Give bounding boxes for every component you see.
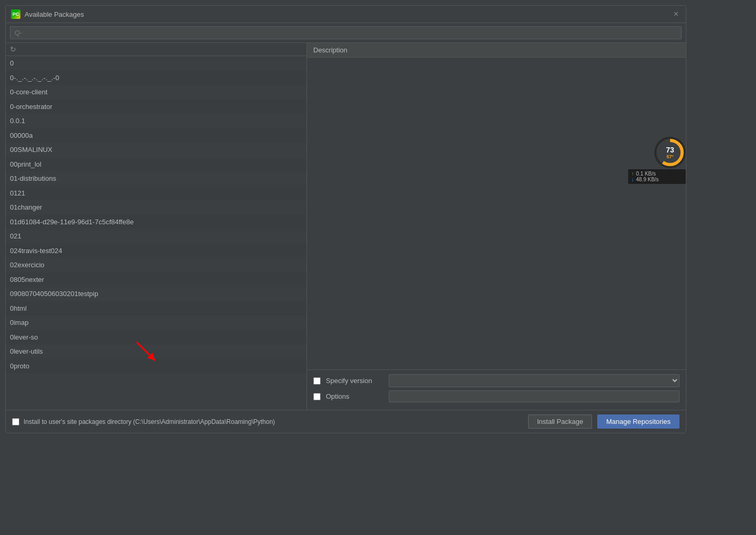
refresh-icon[interactable]: ↻: [10, 45, 16, 53]
list-item[interactable]: 0lever-utils: [6, 344, 306, 359]
package-list[interactable]: 00-._.-._.-._.-._.-00-core-client0-orche…: [6, 56, 306, 410]
list-item[interactable]: 090807040506030201testpip: [6, 287, 306, 301]
list-item[interactable]: 0.0.1: [6, 114, 306, 128]
dialog-title: Available Packages: [25, 10, 84, 18]
list-item[interactable]: 0: [6, 56, 306, 71]
list-item[interactable]: 021: [6, 229, 306, 244]
options-label: Options: [326, 392, 384, 400]
install-to-row: Install to user's site packages director…: [12, 418, 523, 425]
network-circle: 73 57°: [654, 137, 686, 168]
list-item[interactable]: 0121: [6, 186, 306, 201]
specify-version-checkbox[interactable]: [313, 377, 321, 385]
list-item[interactable]: 00print_lol: [6, 157, 306, 172]
options-area: Specify version Options: [307, 369, 686, 410]
manage-repositories-button[interactable]: Manage Repositories: [597, 414, 680, 429]
network-speeds: ↑ 0.1 KB/s ↓ 48.9 KB/s: [628, 169, 686, 184]
download-speed-row: ↓ 48.9 KB/s: [631, 177, 683, 182]
upload-speed: 0.1 KB/s: [636, 171, 656, 177]
options-row: Options: [313, 390, 680, 402]
list-item[interactable]: 0html: [6, 301, 306, 316]
list-item[interactable]: 0-._.-._.-._.-._.-0: [6, 71, 306, 85]
list-item[interactable]: 0lever-so: [6, 330, 306, 345]
network-subtitle: 57°: [666, 154, 674, 159]
app-icon: PC: [11, 9, 20, 19]
content-area: ↻ 00-._.-._.-._.-._.-00-core-client0-orc…: [6, 43, 686, 410]
title-bar: PC Available Packages ×: [6, 6, 686, 23]
list-item[interactable]: 0-core-client: [6, 85, 306, 100]
list-item[interactable]: 0imap: [6, 315, 306, 330]
description-header: Description: [307, 43, 686, 58]
package-list-panel: ↻ 00-._.-._.-._.-._.-00-core-client0-orc…: [6, 43, 307, 410]
upload-speed-row: ↑ 0.1 KB/s: [631, 171, 683, 177]
list-item[interactable]: 02exercicio: [6, 258, 306, 272]
list-item[interactable]: 00000a: [6, 128, 306, 143]
list-item[interactable]: 0805nexter: [6, 272, 306, 287]
install-to-user-checkbox[interactable]: [12, 418, 19, 425]
list-item[interactable]: 01changer: [6, 200, 306, 215]
available-packages-dialog: PC Available Packages × ↻ 00-._.-._.-._.…: [5, 5, 686, 433]
list-toolbar: ↻: [6, 43, 306, 56]
description-body: [307, 58, 686, 369]
close-button[interactable]: ×: [672, 9, 681, 19]
list-item[interactable]: 01d61084-d29e-11e9-96d1-7c5cf84ffe8e: [6, 215, 306, 230]
specify-version-select[interactable]: [389, 374, 680, 387]
right-panel: Description Specify version Options: [307, 43, 686, 410]
network-circle-inner: 73 57°: [660, 142, 681, 163]
list-item[interactable]: 024travis-test024: [6, 244, 306, 258]
download-speed: 48.9 KB/s: [636, 177, 659, 182]
list-item[interactable]: 0-orchestrator: [6, 100, 306, 114]
install-package-button[interactable]: Install Package: [528, 414, 592, 429]
title-bar-left: PC Available Packages: [11, 9, 84, 19]
list-item[interactable]: 00SMALINUX: [6, 143, 306, 157]
download-icon: ↓: [631, 177, 634, 182]
upload-icon: ↑: [631, 171, 634, 177]
specify-version-row: Specify version: [313, 374, 680, 387]
search-input[interactable]: [10, 26, 682, 39]
list-item[interactable]: 01-distributions: [6, 171, 306, 186]
options-input[interactable]: [389, 390, 680, 402]
bottom-bar: Install to user's site packages director…: [6, 410, 686, 433]
options-checkbox[interactable]: [313, 393, 321, 400]
list-item[interactable]: 0proto: [6, 359, 306, 374]
network-number: 73: [666, 146, 674, 154]
install-to-label: Install to user's site packages director…: [24, 418, 275, 425]
search-bar: [6, 23, 686, 43]
specify-version-label: Specify version: [326, 377, 384, 385]
network-widget: 73 57° ↑ 0.1 KB/s ↓ 48.9 KB/s: [628, 137, 686, 184]
